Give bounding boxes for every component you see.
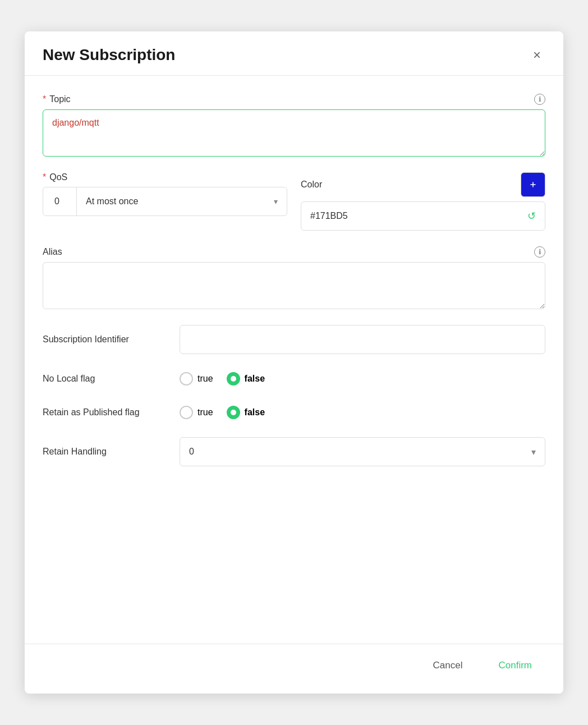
- qos-dropdown[interactable]: 0 At most once ▾: [43, 187, 287, 216]
- color-label-row: Color: [301, 172, 545, 197]
- retain-published-false-radio[interactable]: [227, 406, 240, 419]
- alias-field-group: Alias ℹ: [43, 246, 545, 309]
- no-local-true-radio[interactable]: [180, 372, 193, 386]
- color-field-group: Color ↺: [301, 172, 545, 231]
- qos-label-row: * QoS: [43, 172, 287, 182]
- retain-handling-label: Retain Handling: [43, 447, 166, 457]
- no-local-flag-row: No Local flag true false: [43, 370, 545, 388]
- alias-input[interactable]: [43, 262, 545, 309]
- retain-handling-row: Retain Handling 0 ▾: [43, 437, 545, 466]
- qos-option-label: At most once: [77, 196, 265, 207]
- confirm-button[interactable]: Confirm: [485, 653, 545, 678]
- topic-label-text: Topic: [49, 94, 70, 104]
- retain-handling-value: 0: [189, 447, 194, 457]
- no-local-false-label: false: [245, 374, 265, 384]
- retain-published-true-label: true: [197, 407, 213, 417]
- color-input-row: ↺: [301, 201, 545, 231]
- subscription-identifier-row: Subscription Identifier: [43, 325, 545, 354]
- retain-published-false-label: false: [245, 407, 265, 417]
- retain-as-published-radio-group: true false: [180, 406, 265, 419]
- retain-handling-chevron-down-icon: ▾: [531, 447, 536, 457]
- dialog-footer: Cancel Confirm: [25, 644, 563, 694]
- dialog-body: * Topic ℹ * QoS 0 At most once: [25, 76, 563, 644]
- topic-required: *: [43, 94, 46, 104]
- no-local-flag-label: No Local flag: [43, 374, 166, 384]
- alias-label-text: Alias: [43, 247, 62, 257]
- no-local-true-option[interactable]: true: [180, 372, 213, 386]
- dialog-title: New Subscription: [43, 46, 175, 64]
- subscription-identifier-label: Subscription Identifier: [43, 334, 166, 345]
- topic-field-group: * Topic ℹ: [43, 94, 545, 157]
- qos-chevron-down-icon: ▾: [265, 197, 287, 206]
- cancel-button[interactable]: Cancel: [420, 653, 476, 678]
- topic-label: * Topic: [43, 94, 71, 104]
- topic-info-icon[interactable]: ℹ: [534, 94, 545, 105]
- alias-info-icon[interactable]: ℹ: [534, 246, 545, 258]
- qos-label-text: QoS: [49, 172, 67, 182]
- alias-label-row: Alias ℹ: [43, 246, 545, 258]
- qos-number: 0: [43, 187, 77, 215]
- topic-input[interactable]: [43, 109, 545, 157]
- retain-published-true-radio[interactable]: [180, 406, 193, 419]
- new-subscription-dialog: New Subscription × * Topic ℹ * QoS: [25, 31, 563, 694]
- topic-label-row: * Topic ℹ: [43, 94, 545, 105]
- color-label-text: Color: [301, 180, 521, 190]
- retain-as-published-flag-row: Retain as Published flag true false: [43, 403, 545, 421]
- no-local-true-label: true: [197, 374, 213, 384]
- color-input[interactable]: [310, 211, 523, 221]
- no-local-false-radio[interactable]: [227, 372, 240, 386]
- refresh-icon[interactable]: ↺: [527, 210, 536, 222]
- color-swatch[interactable]: [521, 172, 545, 197]
- no-local-false-option[interactable]: false: [227, 372, 265, 386]
- retain-as-published-flag-label: Retain as Published flag: [43, 407, 166, 417]
- retain-handling-dropdown[interactable]: 0 ▾: [180, 437, 545, 466]
- retain-published-true-option[interactable]: true: [180, 406, 213, 419]
- qos-color-row: * QoS 0 At most once ▾ Color: [43, 172, 545, 231]
- qos-required: *: [43, 172, 46, 182]
- qos-field-group: * QoS 0 At most once ▾: [43, 172, 287, 216]
- no-local-flag-radio-group: true false: [180, 372, 265, 386]
- dialog-header: New Subscription ×: [25, 31, 563, 76]
- qos-label: * QoS: [43, 172, 67, 182]
- close-button[interactable]: ×: [529, 45, 545, 65]
- retain-published-false-option[interactable]: false: [227, 406, 265, 419]
- subscription-identifier-input[interactable]: [180, 325, 545, 354]
